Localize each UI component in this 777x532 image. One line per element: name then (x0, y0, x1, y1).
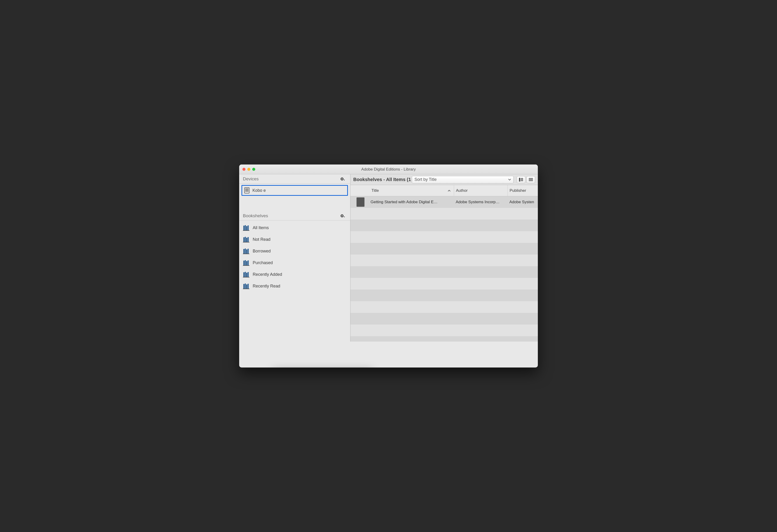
svg-rect-5 (247, 225, 249, 230)
bookshelf-icon (243, 236, 249, 242)
view-toggle (517, 176, 535, 183)
svg-rect-23 (245, 272, 246, 277)
svg-rect-12 (243, 249, 244, 254)
svg-rect-1 (245, 188, 248, 192)
content-header: Bookshelves - All Items (1 Sort by Title (350, 174, 538, 185)
svg-rect-34 (521, 179, 523, 180)
svg-rect-3 (245, 225, 246, 230)
shelf-label: Borrowed (253, 249, 271, 254)
table-row-empty (350, 313, 538, 325)
table-row[interactable]: Getting Started with Adobe Digital E… Ad… (350, 196, 538, 208)
minimize-window-button[interactable] (247, 168, 250, 171)
shelf-recently-read[interactable]: Recently Read (239, 280, 350, 292)
shelf-label: Purchased (253, 260, 273, 265)
ereader-icon (244, 187, 250, 194)
table-row-empty (350, 254, 538, 266)
window-title: Adobe Digital Editions - Library (239, 167, 538, 172)
column-title-label: Title (371, 188, 379, 193)
app-window: Adobe Digital Editions - Library Devices… (239, 165, 538, 367)
bookshelves-gear-button[interactable] (339, 213, 346, 219)
table-row-empty (350, 301, 538, 313)
svg-rect-36 (529, 178, 533, 179)
window-controls (242, 168, 255, 171)
sort-dropdown[interactable]: Sort by Title (412, 176, 514, 183)
bookshelves-label: Bookshelves (243, 213, 268, 218)
shelf-label: Recently Read (253, 284, 280, 289)
device-name: Kobo e (252, 188, 266, 193)
table-body: Getting Started with Adobe Digital E… Ad… (350, 196, 538, 342)
svg-rect-18 (245, 260, 246, 265)
svg-rect-4 (246, 226, 247, 230)
device-item-kobo[interactable]: Kobo e (241, 185, 348, 196)
svg-rect-8 (245, 237, 246, 242)
shelf-all-items[interactable]: All Items (239, 222, 350, 234)
cell-cover (350, 197, 370, 207)
table-row-empty (350, 231, 538, 243)
column-publisher[interactable]: Publisher (508, 185, 538, 196)
table-row-empty (350, 266, 538, 278)
svg-rect-11 (243, 242, 249, 242)
svg-rect-33 (521, 178, 523, 179)
gear-icon (340, 177, 345, 181)
svg-rect-32 (519, 178, 520, 182)
table-row-empty (350, 278, 538, 290)
cell-publisher: Adobe Systen (508, 200, 538, 204)
book-thumbnail-icon (356, 197, 364, 207)
table-row-empty (350, 220, 538, 231)
svg-rect-20 (247, 260, 249, 265)
svg-rect-21 (243, 265, 249, 266)
svg-rect-30 (247, 284, 249, 289)
titlebar: Adobe Digital Editions - Library (239, 165, 538, 174)
svg-rect-6 (243, 230, 249, 231)
shelf-label: Not Read (253, 237, 270, 242)
thumbnails-icon (519, 178, 523, 182)
svg-rect-19 (246, 261, 247, 265)
svg-rect-10 (247, 237, 249, 242)
content-title: Bookshelves - All Items (1 (353, 177, 411, 182)
svg-rect-7 (243, 237, 244, 242)
bookshelf-icon (243, 260, 249, 266)
bookshelves-section-header: Bookshelves (239, 211, 350, 220)
column-author[interactable]: Author (454, 185, 508, 196)
table-row-empty (350, 208, 538, 220)
table-row-empty (350, 325, 538, 336)
table-header: Title Author Publisher (350, 185, 538, 196)
svg-rect-15 (247, 249, 249, 254)
shelf-recently-added[interactable]: Recently Added (239, 269, 350, 280)
devices-section-header: Devices (239, 174, 350, 184)
svg-rect-25 (247, 272, 249, 277)
main-content: Bookshelves - All Items (1 Sort by Title (350, 174, 538, 342)
svg-rect-26 (243, 277, 249, 278)
view-list-button[interactable] (527, 176, 535, 183)
svg-rect-13 (245, 248, 246, 254)
shelf-borrowed[interactable]: Borrowed (239, 245, 350, 257)
sidebar: Devices Kobo e Bookshelves All Ite (239, 174, 350, 342)
shelf-label: Recently Added (253, 272, 282, 277)
devices-gear-button[interactable] (339, 176, 346, 182)
bookshelf-icon (243, 272, 249, 278)
shelf-not-read[interactable]: Not Read (239, 234, 350, 245)
cell-author: Adobe Systems Incorp… (454, 200, 508, 204)
bookshelves-list: All Items Not Read Borrowed Purchased Re… (239, 220, 350, 292)
table-row-empty (350, 243, 538, 254)
svg-rect-35 (521, 180, 523, 181)
list-icon (529, 178, 533, 181)
column-title[interactable]: Title (370, 188, 454, 193)
sort-asc-icon (448, 190, 451, 192)
chevron-down-icon (508, 179, 511, 181)
shelf-purchased[interactable]: Purchased (239, 257, 350, 269)
close-window-button[interactable] (242, 168, 245, 171)
svg-rect-16 (243, 254, 249, 254)
svg-rect-29 (246, 285, 247, 289)
maximize-window-button[interactable] (252, 168, 255, 171)
svg-rect-22 (243, 272, 244, 277)
svg-rect-37 (529, 179, 533, 180)
table-row-empty (350, 290, 538, 301)
bookshelf-icon (243, 248, 249, 254)
shelf-label: All Items (253, 225, 269, 230)
view-thumbnails-button[interactable] (517, 176, 525, 183)
svg-rect-31 (243, 289, 249, 289)
table-row-empty (350, 336, 538, 342)
window-body: Devices Kobo e Bookshelves All Ite (239, 174, 538, 342)
svg-rect-9 (246, 238, 247, 242)
